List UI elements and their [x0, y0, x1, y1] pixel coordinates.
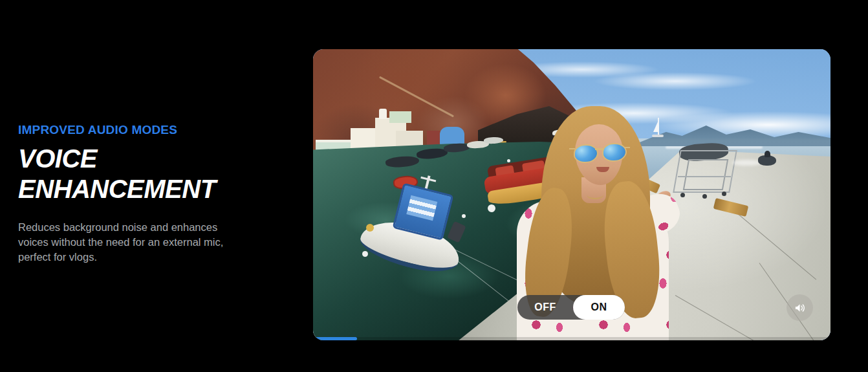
motorboat-rider-art [765, 151, 770, 157]
video-progress-fill [313, 337, 357, 340]
feature-text-block: IMPROVED AUDIO MODES VOICE ENHANCEMENT R… [18, 123, 241, 265]
necklace-art [587, 190, 603, 199]
toggle-off-button[interactable]: OFF [517, 301, 573, 313]
sunglass-bridge-art [595, 148, 604, 150]
cart-wheel-art [702, 194, 707, 199]
feature-description: Reduces background noise and enhances vo… [18, 220, 228, 265]
sunglass-lens-art [574, 144, 598, 163]
sunglass-arm-art [624, 147, 630, 148]
blue-dome-building-art [440, 127, 464, 145]
building-art [389, 111, 411, 123]
buoy-art [462, 214, 466, 218]
video-progress-bar[interactable] [313, 337, 830, 340]
audio-mode-toggle[interactable]: OFF ON [517, 295, 625, 320]
cart-wheel-art [722, 191, 726, 196]
sunglasses-icon [574, 142, 625, 162]
video-preview[interactable]: OFF ON [313, 49, 830, 340]
mute-button[interactable] [787, 294, 813, 321]
sunglass-arm-art [569, 148, 575, 149]
feature-eyebrow: IMPROVED AUDIO MODES [18, 123, 241, 137]
buoy-art [362, 251, 368, 257]
speaker-on-icon [794, 301, 807, 314]
feature-title: VOICE ENHANCEMENT [18, 144, 238, 204]
toggle-on-button[interactable]: ON [573, 295, 625, 320]
feature-section: IMPROVED AUDIO MODES VOICE ENHANCEMENT R… [0, 0, 868, 372]
chapel-art [379, 109, 387, 119]
buoy-art [488, 204, 495, 212]
sunglass-lens-art [602, 143, 627, 162]
boat-motor-art [447, 221, 466, 243]
buoy-art [366, 224, 374, 232]
